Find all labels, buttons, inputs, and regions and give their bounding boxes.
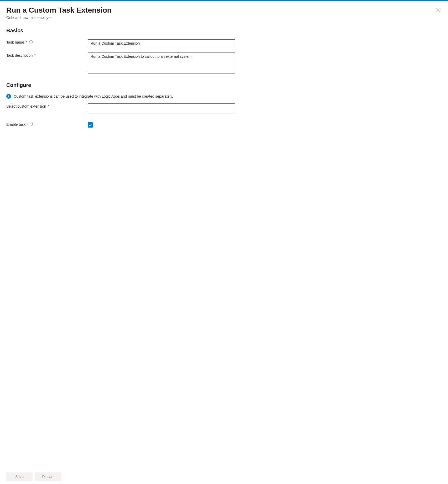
svg-rect-3 [8,96,9,98]
required-indicator: * [48,104,49,108]
configure-info-banner: Custom task extensions can be used to in… [6,94,442,99]
select-extension-input-wrap [88,103,235,113]
configure-heading: Configure [6,82,442,88]
panel-title-block: Run a Custom Task Extension Onboard new … [6,6,112,20]
required-indicator: * [26,40,27,44]
task-name-label: Task name [6,40,24,44]
task-name-input[interactable] [88,39,235,47]
task-name-input-wrap [88,39,235,47]
required-indicator: * [27,122,28,127]
select-extension-label: Select custom extension [6,104,46,108]
info-icon [6,94,11,99]
checkmark-icon [88,123,92,127]
close-button[interactable] [434,7,442,15]
task-description-label: Task description [6,53,33,57]
enable-task-checkbox-wrap [88,122,93,128]
enable-task-label: Enable task [6,122,25,127]
task-description-row: Task description * [6,52,442,74]
info-icon[interactable]: i [29,40,33,44]
configure-info-text: Custom task extensions can be used to in… [14,94,173,98]
task-name-row: Task name * i [6,39,442,47]
enable-task-label-wrap: Enable task * i [6,122,88,127]
task-description-input[interactable] [88,52,235,73]
svg-point-4 [8,95,9,96]
panel-header: Run a Custom Task Extension Onboard new … [6,6,442,20]
task-description-input-wrap [88,52,235,74]
select-extension-label-wrap: Select custom extension * [6,103,88,108]
task-extension-panel: Run a Custom Task Extension Onboard new … [0,1,448,128]
select-extension-input[interactable] [88,103,235,113]
task-description-label-wrap: Task description * [6,52,88,57]
close-icon [436,8,440,12]
select-extension-row: Select custom extension * [6,103,442,113]
enable-task-checkbox[interactable] [88,122,93,128]
info-icon[interactable]: i [31,123,34,126]
panel-title: Run a Custom Task Extension [6,6,112,15]
enable-task-row: Enable task * i [6,122,442,128]
basics-heading: Basics [6,28,442,34]
task-name-label-wrap: Task name * i [6,39,88,44]
required-indicator: * [34,53,35,57]
panel-subtitle: Onboard new hire employee [6,15,112,20]
